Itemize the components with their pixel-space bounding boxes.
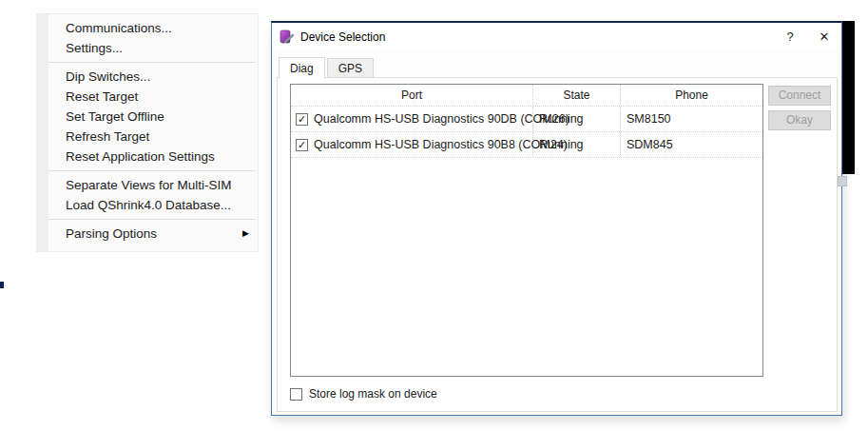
menu-item-label: Load QShrink4.0 Database... [66,198,231,212]
device-checkbox[interactable]: ✓ [296,139,308,151]
device-selection-dialog: Device Selection ? ✕ Diag GPS Port State… [271,21,842,416]
menu-item-label: Reset Application Settings [66,149,215,164]
dialog-titlebar[interactable]: Device Selection ? ✕ [272,23,841,50]
port-cell: Qualcomm HS-USB Diagnostics 90DB (COM26) [314,107,569,131]
column-header-state[interactable]: State [533,85,621,106]
checkbox-label: Store log mask on device [309,387,437,401]
tab-gps[interactable]: GPS [327,58,374,78]
table-row[interactable]: ✓ Qualcomm HS-USB Diagnostics 90B8 (COM2… [291,132,762,158]
column-header-port[interactable]: Port [291,85,533,106]
action-buttons: Connect Okay [768,86,831,130]
menu-item-load-qshrink-database[interactable]: Load QShrink4.0 Database... [37,195,258,215]
menu-item-label: Parsing Options [66,226,157,241]
table-row[interactable]: ✓ Qualcomm HS-USB Diagnostics 90DB (COM2… [291,107,762,132]
menu-item-label: Refresh Target [66,129,149,144]
menu-separator [48,62,256,63]
phone-cell: SDM845 [621,132,762,157]
submenu-arrow-icon: ▶ [242,224,249,244]
checkbox-box[interactable] [290,388,302,401]
background-panel [842,21,855,174]
menu-item-refresh-target[interactable]: Refresh Target [37,127,258,147]
device-checkbox[interactable]: ✓ [296,113,308,126]
menu-item-communications[interactable]: Communications... [37,18,258,38]
state-cell: Running [533,132,621,157]
menu-item-reset-target[interactable]: Reset Target [37,87,258,107]
menu-item-settings[interactable]: Settings... [37,38,258,58]
menu-separator [48,170,256,171]
close-button[interactable]: ✕ [807,23,841,50]
state-cell: Running [533,107,621,131]
menu-item-set-target-offline[interactable]: Set Target Offline [37,107,258,127]
menu-item-label: Separate Views for Multi-SIM [66,178,232,192]
menu-item-label: Reset Target [66,89,138,104]
menu-item-label: Dip Switches... [66,69,150,84]
menu-item-dip-switches[interactable]: Dip Switches... [37,67,258,87]
target-context-menu: Communications... Settings... Dip Switch… [36,13,259,252]
device-list: Port State Phone ✓ Qualcomm HS-USB Diagn… [290,84,763,377]
table-header-row: Port State Phone [291,85,762,107]
device-app-icon [280,29,295,45]
background-window-fragment [0,282,4,288]
tab-diag[interactable]: Diag [279,57,325,79]
menu-separator [48,219,256,220]
dialog-title: Device Selection [300,30,385,44]
menu-item-reset-application-settings[interactable]: Reset Application Settings [37,147,258,167]
menu-item-label: Set Target Offline [66,109,164,124]
connect-button[interactable]: Connect [768,86,831,106]
menu-item-separate-views-multi-sim[interactable]: Separate Views for Multi-SIM [37,175,258,195]
diag-tab-panel: Port State Phone ✓ Qualcomm HS-USB Diagn… [277,77,838,412]
phone-cell: SM8150 [621,107,762,131]
screenshot-root: Communications... Settings... Dip Switch… [0,0,868,431]
port-cell: Qualcomm HS-USB Diagnostics 90B8 (COM24) [314,132,568,157]
menu-item-parsing-options[interactable]: Parsing Options ▶ [37,224,258,244]
help-button[interactable]: ? [773,23,807,50]
okay-button[interactable]: Okay [768,110,831,130]
tab-strip: Diag GPS [279,57,374,78]
column-header-phone[interactable]: Phone [621,85,762,106]
scrollbar-thumb-fragment [838,176,847,186]
menu-item-label: Communications... [66,21,172,35]
store-log-mask-checkbox[interactable]: Store log mask on device [290,387,437,401]
menu-item-label: Settings... [66,41,123,55]
